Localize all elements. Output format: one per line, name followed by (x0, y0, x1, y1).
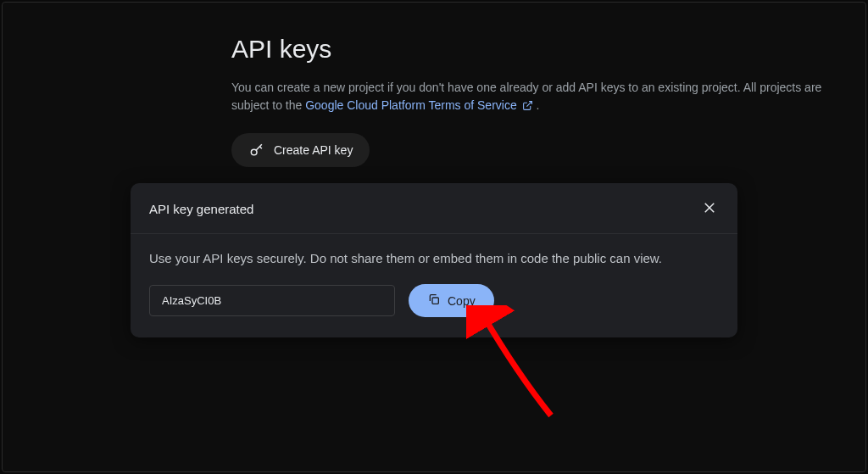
svg-line-0 (526, 102, 531, 107)
external-link-icon (522, 98, 533, 116)
link-text: Google Cloud Platform Terms of Service (305, 98, 517, 112)
modal-body: Use your API keys securely. Do not share… (131, 234, 737, 337)
copy-icon (427, 293, 441, 309)
page-title: API keys (231, 35, 859, 64)
close-icon (702, 200, 717, 218)
key-icon (248, 142, 265, 159)
page-description: You can create a new project if you don'… (231, 79, 859, 116)
description-suffix: . (536, 98, 539, 112)
close-button[interactable] (698, 197, 721, 221)
terms-of-service-link[interactable]: Google Cloud Platform Terms of Service (305, 98, 536, 112)
create-button-label: Create API key (274, 143, 353, 157)
modal-title: API key generated (149, 202, 253, 216)
svg-point-1 (251, 149, 257, 155)
copy-button[interactable]: Copy (409, 284, 494, 317)
copy-button-label: Copy (448, 294, 476, 308)
modal-header: API key generated (131, 183, 737, 234)
api-key-generated-modal: API key generated Use your API keys secu… (131, 183, 737, 337)
api-key-row: Copy (149, 284, 719, 317)
create-api-key-button[interactable]: Create API key (231, 133, 370, 167)
svg-rect-4 (432, 298, 438, 304)
api-key-field[interactable] (149, 285, 395, 316)
modal-instruction: Use your API keys securely. Do not share… (149, 251, 719, 265)
